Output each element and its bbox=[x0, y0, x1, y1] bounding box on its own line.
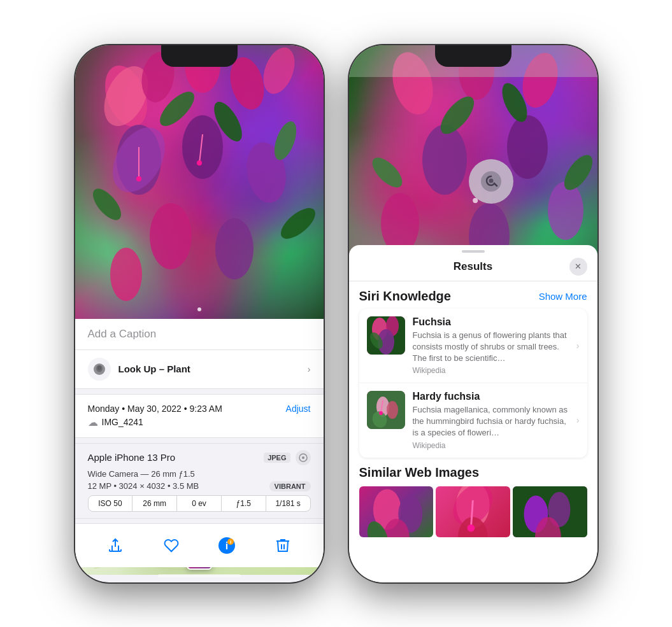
fuchsia-info: Fuchsia Fuchsia is a genus of flowering … bbox=[413, 316, 569, 376]
svg-point-65 bbox=[468, 524, 475, 532]
camera-specs: Wide Camera — 26 mm ƒ1.5 bbox=[88, 469, 311, 479]
lookup-icon bbox=[88, 358, 111, 381]
knowledge-card: Fuchsia Fuchsia is a genus of flowering … bbox=[359, 309, 587, 458]
exif-shutter: 1/181 s bbox=[266, 496, 310, 511]
fuchsia-source: Wikipedia bbox=[413, 366, 569, 375]
home-indicator-right bbox=[432, 574, 515, 577]
mp-specs-row: 12 MP • 3024 × 4032 • 3.5 MB VIBRANT bbox=[88, 481, 311, 491]
siri-knowledge-title: Siri Knowledge bbox=[359, 289, 451, 304]
fuchsia-name: Fuchsia bbox=[413, 316, 569, 328]
fuchsia-thumbnail bbox=[367, 316, 405, 355]
knowledge-item-hardy[interactable]: Hardy fuchsia Fuchsia magellanica, commo… bbox=[359, 383, 587, 458]
svg-point-56 bbox=[379, 411, 383, 415]
phone-notch-right bbox=[435, 45, 511, 67]
svg-point-24 bbox=[97, 365, 101, 370]
mp-specs: 12 MP • 3024 × 4032 • 3.5 MB bbox=[88, 481, 199, 491]
hardy-thumbnail bbox=[367, 391, 405, 429]
favorite-button[interactable] bbox=[157, 532, 185, 560]
left-screen: Add a Caption Look Up – Plant › Monday •… bbox=[75, 45, 324, 582]
similar-section: Similar Web Images bbox=[349, 458, 597, 542]
filename-row: ☁ IMG_4241 bbox=[88, 416, 311, 428]
exif-row: ISO 50 26 mm 0 ev ƒ1.5 1/181 s bbox=[88, 495, 311, 512]
adjust-button[interactable]: Adjust bbox=[286, 404, 311, 414]
delete-button[interactable] bbox=[269, 532, 297, 560]
camera-settings-icon[interactable] bbox=[296, 450, 311, 465]
cloud-icon: ☁ bbox=[88, 416, 98, 428]
share-button[interactable] bbox=[101, 532, 129, 560]
info-button[interactable]: i i bbox=[213, 532, 241, 560]
similar-image-1[interactable] bbox=[359, 486, 434, 537]
svg-point-45 bbox=[489, 178, 493, 183]
right-phone: Results ✕ Siri Knowledge Show More bbox=[349, 45, 597, 582]
similar-title: Similar Web Images bbox=[359, 465, 587, 480]
hardy-source: Wikipedia bbox=[413, 441, 569, 450]
photo-overlay bbox=[75, 45, 324, 319]
sheet-content: Siri Knowledge Show More bbox=[349, 281, 597, 574]
exif-ev: 0 ev bbox=[177, 496, 222, 511]
photo-date: Monday • May 30, 2022 • 9:23 AM bbox=[88, 404, 222, 414]
vibrant-badge: VIBRANT bbox=[269, 481, 311, 491]
siri-indicator-dot bbox=[473, 198, 478, 203]
home-indicator-left bbox=[158, 574, 241, 577]
caption-section[interactable]: Add a Caption bbox=[75, 319, 324, 350]
right-screen: Results ✕ Siri Knowledge Show More bbox=[349, 45, 597, 582]
exif-focal: 26 mm bbox=[132, 496, 177, 511]
hardy-chevron-icon: › bbox=[576, 415, 580, 425]
filename: IMG_4241 bbox=[102, 417, 143, 427]
lookup-label: Look Up – Plant bbox=[118, 363, 190, 374]
lookup-row[interactable]: Look Up – Plant › bbox=[75, 350, 324, 389]
results-sheet: Results ✕ Siri Knowledge Show More bbox=[349, 245, 597, 582]
siri-visual-search-button[interactable] bbox=[469, 159, 513, 204]
hardy-name: Hardy fuchsia bbox=[413, 391, 569, 402]
svg-text:i: i bbox=[230, 539, 231, 545]
metadata-section: Monday • May 30, 2022 • 9:23 AM Adjust ☁… bbox=[75, 394, 324, 438]
results-title: Results bbox=[454, 260, 492, 273]
left-phone: Add a Caption Look Up – Plant › Monday •… bbox=[75, 45, 324, 582]
hardy-info: Hardy fuchsia Fuchsia magellanica, commo… bbox=[413, 391, 569, 450]
sheet-handle bbox=[462, 250, 485, 253]
caption-placeholder[interactable]: Add a Caption bbox=[88, 328, 157, 340]
similar-images-row bbox=[359, 486, 587, 537]
date-row: Monday • May 30, 2022 • 9:23 AM Adjust bbox=[88, 404, 311, 414]
photo-toolbar: i i bbox=[75, 523, 324, 567]
format-badges: JPEG bbox=[264, 450, 310, 465]
device-name-row: Apple iPhone 13 Pro JPEG bbox=[88, 450, 311, 465]
knowledge-item-fuchsia[interactable]: Fuchsia Fuchsia is a genus of flowering … bbox=[359, 309, 587, 384]
exif-aperture: ƒ1.5 bbox=[222, 496, 266, 511]
lookup-chevron-icon: › bbox=[308, 364, 311, 374]
exif-iso: ISO 50 bbox=[89, 496, 133, 511]
close-button[interactable]: ✕ bbox=[569, 258, 587, 276]
phone-notch-left bbox=[161, 45, 238, 67]
fuchsia-chevron-icon: › bbox=[576, 341, 580, 351]
flower-photo-left[interactable] bbox=[75, 45, 324, 319]
format-badge: JPEG bbox=[264, 453, 290, 463]
similar-image-3[interactable] bbox=[513, 486, 587, 537]
svg-point-53 bbox=[387, 401, 398, 419]
similar-image-2[interactable] bbox=[436, 486, 510, 537]
siri-knowledge-header: Siri Knowledge Show More bbox=[349, 281, 597, 309]
hardy-desc: Fuchsia magellanica, commonly known as t… bbox=[413, 404, 569, 439]
device-name: Apple iPhone 13 Pro bbox=[88, 452, 176, 463]
sheet-header: Results ✕ bbox=[349, 258, 597, 281]
svg-point-26 bbox=[302, 456, 304, 459]
show-more-button[interactable]: Show More bbox=[539, 291, 587, 302]
device-section: Apple iPhone 13 Pro JPEG Wide Camera — 2… bbox=[75, 443, 324, 519]
fuchsia-desc: Fuchsia is a genus of flowering plants t… bbox=[413, 330, 569, 365]
photo-indicator-dot bbox=[197, 307, 201, 311]
